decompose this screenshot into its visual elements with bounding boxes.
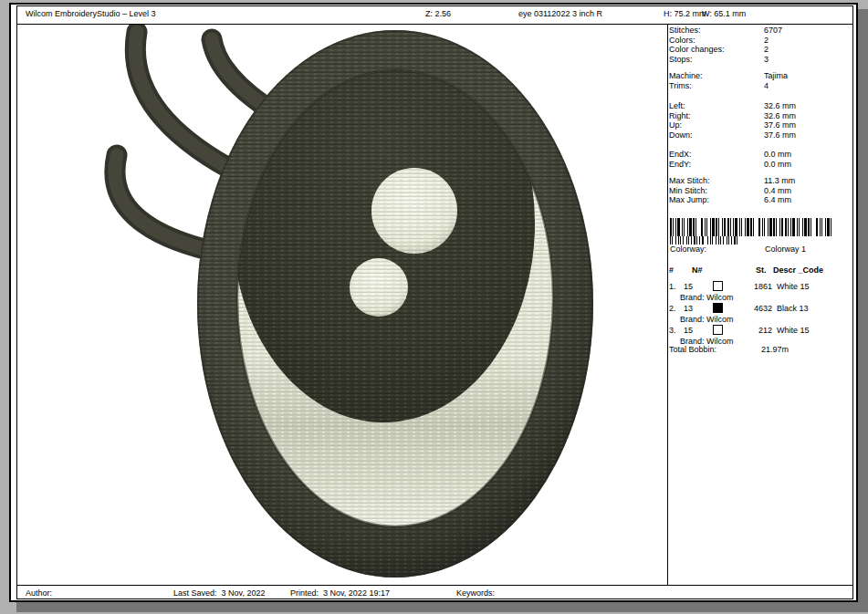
col-header-st: St. — [756, 265, 767, 275]
keywords-label: Keywords: — [456, 588, 495, 598]
thread-swatch — [713, 303, 723, 313]
report-footer — [16, 585, 853, 599]
printed: Printed: 3 Nov, 2022 19:17 — [290, 588, 390, 598]
panel-divider — [667, 25, 668, 585]
design-height: H: 75.2 mm — [664, 9, 706, 18]
stat-row: Down:37.6 mm — [669, 130, 850, 140]
stat-row: Stops:3 — [669, 55, 850, 65]
design-barcode — [670, 218, 831, 236]
design-canvas — [17, 25, 667, 584]
total-bobbin-label: Total Bobbin: — [669, 345, 716, 354]
stat-row: EndX:0.0 mm — [669, 150, 850, 160]
thread-stitch-count: 4632 — [727, 304, 772, 313]
thread-descr: Black 13 — [777, 304, 809, 313]
thread-descr: White 15 — [777, 326, 810, 335]
stat-row: Max Stitch:11.3 mm — [669, 176, 850, 186]
total-bobbin-value: 21.97m — [761, 345, 789, 354]
thread-row-index: 3. — [669, 326, 676, 335]
print-preview-page: Wilcom EmbroideryStudio – Level 3 Z: 2.5… — [0, 0, 868, 614]
colorway-value: Colorway 1 — [765, 245, 806, 254]
thread-row-number: 15 — [684, 326, 693, 335]
thread-brand: Brand: Wilcom — [680, 315, 734, 324]
stat-row: Trims:4 — [669, 81, 850, 91]
author-label: Author: — [26, 588, 52, 598]
thread-row-index: 2. — [669, 304, 676, 313]
colorway-label: Colorway: — [670, 245, 706, 254]
stat-row: Up:37.6 mm — [669, 120, 850, 130]
stat-row: Left:32.6 mm — [669, 101, 850, 111]
design-filename: eye 03112022 3 inch R — [518, 9, 602, 18]
stat-row: Stitches:6707 — [669, 26, 850, 36]
design-width: W: 65.1 mm — [702, 9, 746, 18]
stat-row: Right:32.6 mm — [669, 111, 850, 121]
thread-descr: White 15 — [777, 282, 810, 291]
stats-machine: Machine:Tajima Trims:4 — [669, 71, 850, 90]
stats-general: Stitches:6707 Colors:2 Color changes:2 S… — [669, 26, 850, 64]
stats-stitch-limits: Max Stitch:11.3 mm Min Stitch:0.4 mm Max… — [669, 176, 850, 205]
col-header-num: # — [669, 265, 674, 275]
thread-row-number: 13 — [684, 304, 693, 313]
stat-row: Min Stitch:0.4 mm — [669, 186, 850, 196]
last-saved: Last Saved: 3 Nov, 2022 — [173, 588, 265, 598]
thread-swatch — [713, 325, 723, 335]
stat-row: EndY:0.0 mm — [669, 160, 850, 170]
thread-stitch-count: 1861 — [727, 282, 772, 291]
thread-brand: Brand: Wilcom — [680, 293, 734, 302]
thread-stitch-count: 212 — [727, 326, 772, 335]
design-barcode-tail — [670, 236, 737, 245]
stat-row: Machine:Tajima — [669, 71, 850, 81]
col-header-descr: Descr _Code — [773, 265, 823, 275]
stats-end-point: EndX:0.0 mm EndY:0.0 mm — [669, 150, 850, 169]
thread-row-number: 15 — [684, 282, 693, 291]
thread-row-index: 1. — [669, 282, 676, 291]
app-title: Wilcom EmbroideryStudio – Level 3 — [26, 9, 156, 18]
thread-swatch — [713, 281, 723, 291]
stat-row: Color changes:2 — [669, 45, 850, 55]
stat-row: Colors:2 — [669, 36, 850, 46]
stats-extents: Left:32.6 mm Right:32.6 mm Up:37.6 mm Do… — [669, 101, 850, 140]
col-header-n: N# — [692, 265, 703, 275]
zoom-level: Z: 2.56 — [425, 9, 451, 18]
stat-row: Max Jump:6.4 mm — [669, 195, 850, 205]
